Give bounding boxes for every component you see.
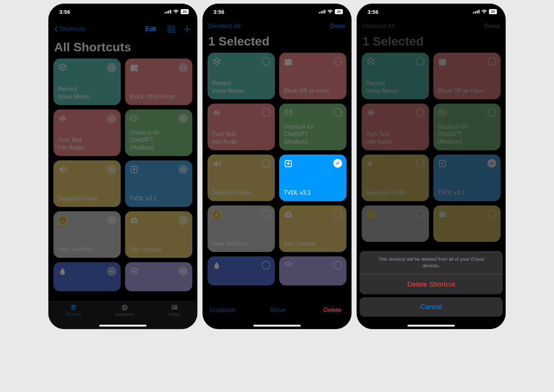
tab-shortcuts[interactable]: Shortcuts (66, 304, 81, 316)
shortcuts-grid: Record Voice Memo Block Off an Hour Turn… (357, 53, 506, 242)
grid-view-icon[interactable] (167, 25, 176, 33)
svg-point-9 (133, 220, 136, 222)
brain-icon (284, 108, 293, 117)
deselect-all-button: Deselect All (362, 23, 395, 30)
download-icon (284, 159, 293, 168)
page-title: 1 Selected (202, 34, 352, 53)
status-bar: 3:56 23 (202, 4, 352, 20)
clock: 3:56 (368, 9, 378, 15)
tab-automation[interactable]: Automation (116, 304, 134, 316)
sheet-message: This shortcut will be deleted from all o… (360, 251, 503, 275)
move-button[interactable]: Move (270, 307, 286, 314)
tile-tvdl-selected[interactable]: TVDL v3.1 (279, 155, 346, 201)
tile-title: Say Cheese (284, 240, 342, 248)
tile-block-off-hour: Block Off an Hour (433, 53, 501, 99)
tile-record-voice-memo[interactable]: Record Voice Memo (208, 53, 275, 99)
home-indicator[interactable] (99, 325, 146, 327)
chevron-left-icon (54, 26, 58, 32)
more-icon[interactable]: ••• (178, 63, 188, 72)
more-icon[interactable]: ••• (107, 165, 116, 174)
tile-say-cheese[interactable]: ••• Say Cheese (125, 211, 192, 258)
back-button[interactable]: Shortcuts (54, 25, 85, 33)
tab-gallery[interactable]: Gallery (169, 304, 180, 316)
home-indicator[interactable] (253, 325, 301, 327)
selection-circle-checked (487, 159, 496, 168)
svg-rect-11 (171, 305, 177, 310)
page-title: All Shortcuts (48, 40, 197, 59)
svg-point-16 (287, 214, 290, 216)
app-icon (366, 210, 376, 219)
tile-new-shortcut[interactable]: ••• New Shortcut (53, 211, 121, 258)
tile-seperate-audio[interactable]: ••• Seperate Audio (53, 160, 121, 207)
speaker-icon (58, 165, 67, 174)
more-icon[interactable]: ••• (107, 216, 116, 225)
selection-circle[interactable] (333, 108, 342, 117)
more-icon[interactable]: ••• (178, 165, 188, 174)
selection-circle[interactable] (262, 57, 270, 66)
selection-circle[interactable] (333, 57, 342, 66)
tile-block-off-hour[interactable]: ••• Block Off an Hour (125, 59, 192, 105)
tile-chatgpt[interactable]: Shortcut for ChatGPT (Medium) (279, 104, 346, 150)
selection-circle (487, 57, 496, 66)
tile-title: Shortcut for ChatGPT (Medium) (438, 123, 496, 146)
tile-partial-navy[interactable] (208, 256, 275, 285)
home-indicator[interactable] (408, 325, 455, 327)
more-icon[interactable]: ••• (178, 114, 188, 123)
delete-shortcut-button[interactable]: Delete Shortcut (360, 275, 503, 294)
tile-turn-text-audio[interactable]: Turn Text Into Audio (208, 104, 275, 150)
tile-title: TVDL v3.1 (129, 195, 188, 203)
selection-circle[interactable] (262, 210, 270, 219)
tile-seperate-audio[interactable]: Seperate Audio (208, 155, 275, 201)
selection-circle-checked[interactable] (333, 159, 342, 168)
tile-new-shortcut[interactable]: New Shortcut (208, 205, 275, 252)
camera-icon (438, 210, 447, 219)
back-label: Shortcuts (59, 25, 85, 33)
sheet-group: This shortcut will be deleted from all o… (360, 251, 503, 294)
tile-title: Shortcut for ChatGPT (Medium) (129, 129, 188, 152)
tile-title: TVDL v3.1 (284, 189, 342, 197)
tile-title: Shortcut for ChatGPT (Medium) (284, 123, 342, 146)
add-icon[interactable] (183, 25, 192, 33)
selection-circle[interactable] (333, 210, 342, 219)
status-bar: 3:56 24 (48, 4, 197, 20)
tile-block-off-hour[interactable]: Block Off an Hour (279, 53, 346, 99)
selection-circle[interactable] (262, 108, 270, 117)
cancel-button[interactable]: Cancel (360, 297, 503, 317)
more-icon[interactable]: ••• (107, 267, 116, 276)
edit-button[interactable]: Edit (142, 23, 160, 36)
duplicate-button[interactable]: Duplicate (210, 307, 236, 314)
tile-title: New Shortcut (212, 240, 270, 248)
selection-circle[interactable] (333, 261, 342, 269)
tile-record-voice-memo[interactable]: ••• Record Voice Memo (53, 59, 121, 105)
nav-bar: Deselect All Done (202, 20, 352, 34)
selection-circle[interactable] (262, 261, 270, 269)
tile-turn-text-audio: Turn Text Into Audio (362, 104, 429, 150)
automation-tab-icon (120, 304, 129, 312)
speaker-icon (212, 159, 221, 168)
gallery-tab-icon (170, 304, 179, 312)
more-icon[interactable]: ••• (178, 216, 188, 225)
clock: 3:56 (213, 9, 224, 15)
shortcuts-grid: Record Voice Memo Block Off an Hour Turn… (202, 53, 352, 285)
tile-partial-purple[interactable]: ••• (125, 262, 192, 291)
more-icon[interactable]: ••• (107, 114, 116, 123)
screen-3-delete-confirm: 3:56 23 Deselect All Done 1 Selected Rec… (357, 4, 506, 329)
done-button[interactable]: Done (330, 23, 346, 30)
deselect-all-button[interactable]: Deselect All (208, 23, 241, 30)
more-icon[interactable]: ••• (107, 63, 116, 72)
tile-say-cheese[interactable]: Say Cheese (279, 205, 346, 252)
tile-partial-navy[interactable]: ••• (53, 262, 121, 291)
tile-title: Say Cheese (129, 246, 188, 253)
tile-turn-text-audio[interactable]: ••• Turn Text Into Audio (53, 109, 121, 156)
tile-chatgpt[interactable]: ••• Shortcut for ChatGPT (Medium) (125, 109, 192, 156)
tile-partial-purple[interactable] (279, 256, 346, 285)
clock: 3:56 (59, 9, 70, 15)
svg-rect-17 (439, 59, 446, 65)
cellular-icon (319, 10, 325, 13)
more-icon[interactable]: ••• (178, 267, 188, 276)
svg-rect-2 (168, 30, 170, 32)
status-right: 23 (319, 9, 343, 14)
tile-tvdl[interactable]: ••• TVDL v3.1 (125, 160, 192, 207)
delete-button[interactable]: Delete (321, 303, 344, 317)
selection-circle[interactable] (262, 159, 270, 168)
